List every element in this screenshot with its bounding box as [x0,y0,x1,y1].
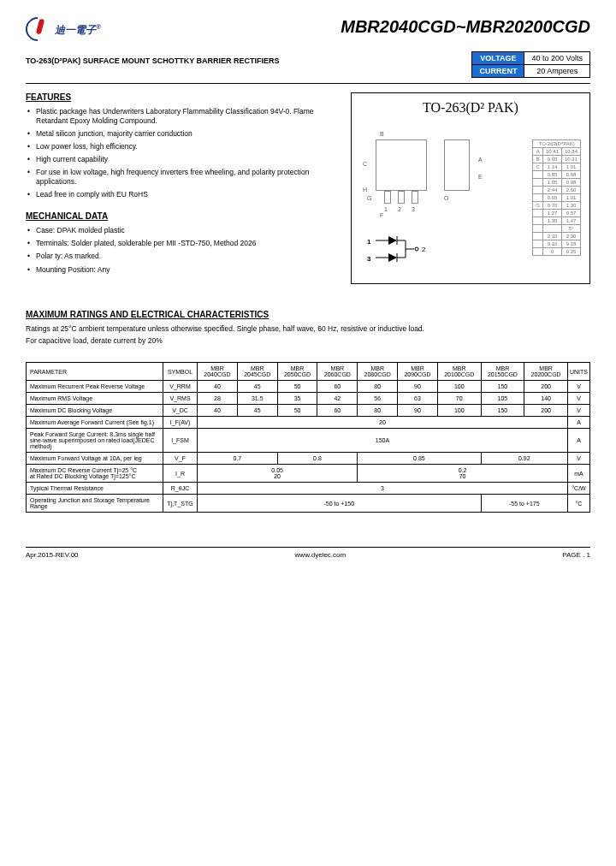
package-diagram: B C 1 2 3 A E O F G H 1 3 [358,122,583,276]
package-drawing-box: TO-263(D² PAK) B C 1 2 3 A E O F G H 1 [351,92,590,284]
features-heading: FEATURES [26,92,334,102]
left-column: FEATURES Plastic package has Underwriter… [26,92,334,284]
ratings-note-1: Ratings at 25°C ambient temperature unle… [26,324,590,333]
current-label: CURRENT [472,65,524,78]
voltage-value: 40 to 200 Volts [524,52,590,65]
voltage-current-box: VOLTAGE 40 to 200 Volts CURRENT 20 Amper… [471,51,590,78]
svg-marker-6 [388,253,397,262]
part-number-title: MBR2040CGD~MBR20200CGD [341,17,590,37]
svg-text:3: 3 [367,255,371,263]
website: www.dyelec.com [295,551,346,559]
svg-marker-2 [388,236,397,245]
mechanical-heading: MECHANICAL DATA [26,211,334,221]
mechanical-item: Case: DPAK molded plastic [36,226,334,235]
page-number: PAGE . 1 [562,551,590,559]
voltage-label: VOLTAGE [472,52,524,65]
feature-item: Plastic package has Underwriters Laborat… [36,107,334,126]
product-subtitle: TO-263(D²PAK) SURFACE MOUNT SCHOTTKY BAR… [26,51,471,65]
header: 迪一電子® MBR2040CGD~MBR20200CGD [26,17,590,43]
package-title: TO-263(D² PAK) [358,100,583,116]
content-columns: FEATURES Plastic package has Underwriter… [26,92,590,284]
ratings-note-2: For capacitive load, derate current by 2… [26,336,590,345]
diode-symbol-icon: 1 3 2 [367,234,435,268]
ratings-heading: MAXIMUM RATINGS AND ELECTRICAL CHARACTER… [26,310,590,319]
mechanical-item: Polar ty: As marked. [36,252,334,261]
parameter-table: PARAMETERSYMBOLMBR 2040CGDMBR 2045CGDMBR… [26,362,590,513]
subtitle-row: TO-263(D²PAK) SURFACE MOUNT SCHOTTKY BAR… [26,51,590,78]
revision: Apr.2015-REV.00 [26,551,79,559]
features-list: Plastic package has Underwriters Laborat… [26,107,334,199]
current-value: 20 Amperes [524,65,590,78]
datasheet-page: 迪一電子® MBR2040CGD~MBR20200CGD TO-263(D²PA… [0,0,616,576]
mechanical-item: Terminals: Solder plated, solderable per… [36,239,334,248]
feature-item: Metal silicon junction, majority carrier… [36,129,334,139]
company-logo: 迪一電子® [26,17,101,43]
divider [26,83,590,84]
svg-point-12 [415,247,418,251]
mechanical-list: Case: DPAK molded plasticTerminals: Sold… [26,226,334,274]
svg-text:2: 2 [422,246,426,253]
footer: Apr.2015-REV.00 www.dyelec.com PAGE . 1 [26,547,590,559]
dimension-table: TO-263(D²PAK)A10.4110.84B9.0510.21C1.141… [532,139,581,256]
feature-item: High current capability [36,155,334,164]
company-name: 迪一電子® [55,23,101,38]
mechanical-item: Mounting Position: Any [36,265,334,275]
feature-item: For use in low voltage, high frequency i… [36,168,334,187]
svg-text:1: 1 [367,238,371,246]
feature-item: Lead free in comply with EU RoHS [36,190,334,199]
logo-icon [26,17,51,43]
feature-item: Low power loss, high efficiency. [36,142,334,151]
